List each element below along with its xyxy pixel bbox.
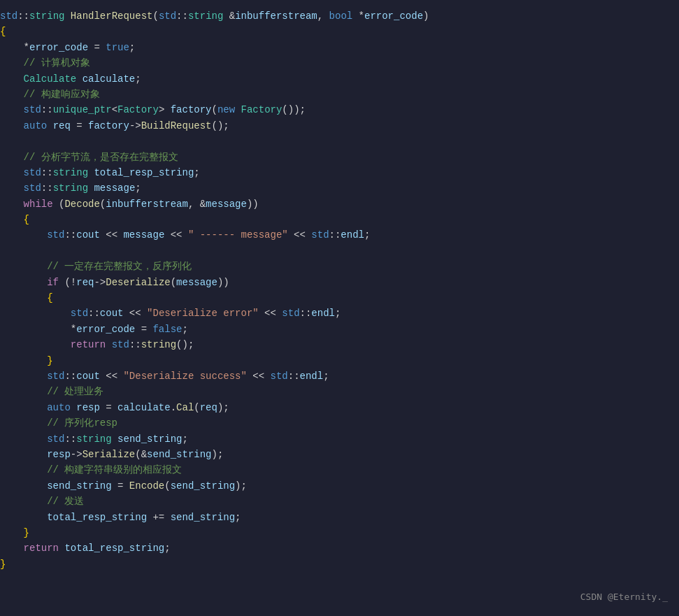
code-line-6: // 构建响应对象 <box>0 87 679 102</box>
code-line-16 <box>0 243 679 259</box>
code-line-33: total_resp_string += send_string; <box>0 510 679 525</box>
code-line-20: std::cout << "Deserialize error" << std:… <box>0 306 679 321</box>
code-line-18: if (!req->Deserialize(message)) <box>0 275 679 290</box>
code-line-5: Calculate calculate; <box>0 71 679 87</box>
code-line-27: // 序列化resp <box>0 415 679 431</box>
code-line-28: std::string send_string; <box>0 431 679 447</box>
code-token: std <box>0 8 17 24</box>
code-line-19: { <box>0 290 679 306</box>
code-line-12: std::string message; <box>0 180 679 196</box>
code-line-21: *error_code = false; <box>0 322 679 337</box>
code-line-10: // 分析字节流，是否存在完整报文 <box>0 150 679 165</box>
code-line-14: { <box>0 212 679 227</box>
code-line-23: } <box>0 353 679 368</box>
code-line-29: resp->Serialize(&send_string); <box>0 447 679 462</box>
code-editor: std::string HandlerRequest(std::string &… <box>0 0 679 616</box>
code-line-7: std::unique_ptr<Factory> factory(new Fac… <box>0 102 679 117</box>
code-line-36: } <box>0 557 679 572</box>
code-line-34: } <box>0 525 679 540</box>
code-line-13: while (Decode(inbufferstream, &message)) <box>0 196 679 212</box>
code-line-3: *error_code = true; <box>0 40 679 55</box>
code-line-15: std::cout << message << " ------ message… <box>0 227 679 243</box>
code-line-22: return std::string(); <box>0 337 679 352</box>
code-line-4: // 计算机对象 <box>0 55 679 71</box>
code-line-31: send_string = Encode(send_string); <box>0 478 679 494</box>
code-line-32: // 发送 <box>0 494 679 509</box>
code-line-2: { <box>0 24 679 39</box>
code-line-24: std::cout << "Deserialize success" << st… <box>0 368 679 384</box>
code-line-35: return total_resp_string; <box>0 540 679 556</box>
code-line-25: // 处理业务 <box>0 384 679 399</box>
code-line-17: // 一定存在完整报文，反序列化 <box>0 259 679 274</box>
code-line-26: auto resp = calculate.Cal(req); <box>0 400 679 415</box>
code-line-9 <box>0 134 679 149</box>
code-line-11: std::string total_resp_string; <box>0 165 679 180</box>
code-line-8: auto req = factory->BuildRequest(); <box>0 118 679 134</box>
watermark: CSDN @Eternity._ <box>580 590 668 605</box>
code-line-30: // 构建字符串级别的相应报文 <box>0 462 679 478</box>
code-line-1: std::string HandlerRequest(std::string &… <box>0 8 679 24</box>
